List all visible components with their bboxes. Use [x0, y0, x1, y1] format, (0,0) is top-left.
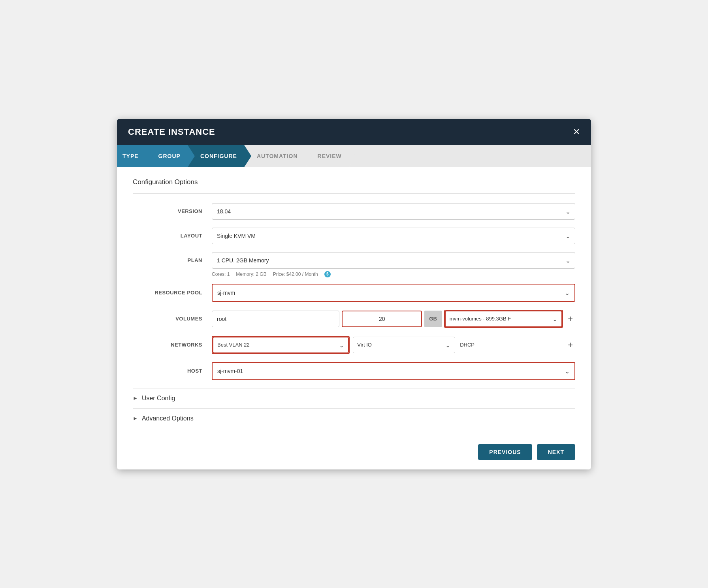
plan-cores: Cores: 1	[212, 271, 230, 277]
plan-info: Cores: 1 Memory: 2 GB Price: $42.00 / Mo…	[212, 271, 575, 277]
volume-name-input[interactable]	[212, 311, 339, 327]
volume-storage-select[interactable]: mvm-volumes - 899.3GB F	[445, 311, 562, 327]
plan-select-wrapper: 1 CPU, 2GB Memory ⌄	[212, 252, 575, 269]
resource-pool-row: RESOURCE POOL sj-mvm ⌄	[133, 284, 575, 302]
networks-row: NETWORKS Best VLAN 22 ⌄ Virt IO ⌄ DHCP +	[133, 336, 575, 354]
modal-footer: PREVIOUS NEXT	[117, 436, 591, 469]
plan-row: PLAN 1 CPU, 2GB Memory ⌄	[133, 252, 575, 269]
add-network-button[interactable]: +	[565, 341, 575, 349]
layout-select-wrapper: Single KVM VM ⌄	[212, 228, 575, 244]
version-label: VERSION	[133, 208, 212, 214]
next-button[interactable]: NEXT	[537, 444, 575, 460]
steps-bar: TYPE GROUP CONFIGURE AUTOMATION REVIEW	[117, 145, 591, 167]
step-type[interactable]: TYPE	[117, 145, 146, 167]
networks-label: NETWORKS	[133, 342, 212, 348]
add-volume-button[interactable]: +	[565, 315, 575, 323]
host-row: HOST sj-mvm-01 ⌄	[133, 362, 575, 380]
previous-button[interactable]: PREVIOUS	[478, 444, 532, 460]
network-type-select[interactable]: Virt IO	[353, 337, 455, 353]
user-config-toggle[interactable]: ► User Config	[133, 395, 575, 402]
divider	[133, 193, 575, 194]
layout-row: LAYOUT Single KVM VM ⌄	[133, 228, 575, 244]
plan-price: Price: $42.00 / Month	[273, 271, 318, 277]
advanced-options-title: Advanced Options	[142, 415, 194, 422]
host-select[interactable]: sj-mvm-01	[213, 363, 574, 379]
advanced-options-section: ► Advanced Options	[133, 408, 575, 428]
host-select-wrapper: sj-mvm-01 ⌄	[212, 362, 575, 380]
close-button[interactable]: ✕	[573, 128, 580, 136]
volume-size-input[interactable]	[342, 311, 422, 327]
modal-body: Configuration Options VERSION 18.04 ⌄ LA…	[117, 167, 591, 436]
host-label: HOST	[133, 368, 212, 374]
network-type-wrapper: Virt IO ⌄	[353, 337, 455, 353]
modal-title: CREATE INSTANCE	[128, 127, 215, 137]
version-row: VERSION 18.04 ⌄	[133, 203, 575, 220]
volume-unit-label: GB	[424, 311, 442, 327]
step-configure[interactable]: CONFIGURE	[188, 145, 244, 167]
volumes-label: VOLUMES	[133, 316, 212, 322]
plan-memory: Memory: 2 GB	[236, 271, 266, 277]
version-select[interactable]: 18.04	[212, 203, 575, 220]
resource-pool-select[interactable]: sj-mvm	[213, 285, 574, 301]
version-select-wrapper: 18.04 ⌄	[212, 203, 575, 220]
price-badge: $	[324, 271, 331, 277]
layout-select[interactable]: Single KVM VM	[212, 228, 575, 244]
volumes-inputs: GB mvm-volumes - 899.3GB F ⌄ +	[212, 310, 575, 328]
networks-inputs: Best VLAN 22 ⌄ Virt IO ⌄ DHCP +	[212, 336, 575, 354]
create-instance-modal: CREATE INSTANCE ✕ TYPE GROUP CONFIGURE A…	[117, 119, 591, 469]
step-automation[interactable]: AUTOMATION	[244, 145, 305, 167]
advanced-options-arrow-icon: ►	[133, 415, 138, 421]
layout-label: LAYOUT	[133, 233, 212, 239]
volumes-row: VOLUMES GB mvm-volumes - 899.3GB F ⌄ +	[133, 310, 575, 328]
user-config-title: User Config	[142, 395, 175, 402]
user-config-section: ► User Config	[133, 388, 575, 408]
plan-label: PLAN	[133, 257, 212, 263]
modal-header: CREATE INSTANCE ✕	[117, 119, 591, 145]
advanced-options-toggle[interactable]: ► Advanced Options	[133, 415, 575, 422]
network-select-wrapper: Best VLAN 22 ⌄	[212, 336, 350, 354]
resource-pool-select-wrapper: sj-mvm ⌄	[212, 284, 575, 302]
user-config-arrow-icon: ►	[133, 395, 138, 401]
resource-pool-label: RESOURCE POOL	[133, 290, 212, 296]
volume-storage-wrapper: mvm-volumes - 899.3GB F ⌄	[444, 310, 563, 328]
section-title: Configuration Options	[133, 178, 575, 186]
network-select[interactable]: Best VLAN 22	[213, 337, 349, 353]
plan-select[interactable]: 1 CPU, 2GB Memory	[212, 252, 575, 269]
network-dhcp: DHCP	[458, 342, 562, 348]
